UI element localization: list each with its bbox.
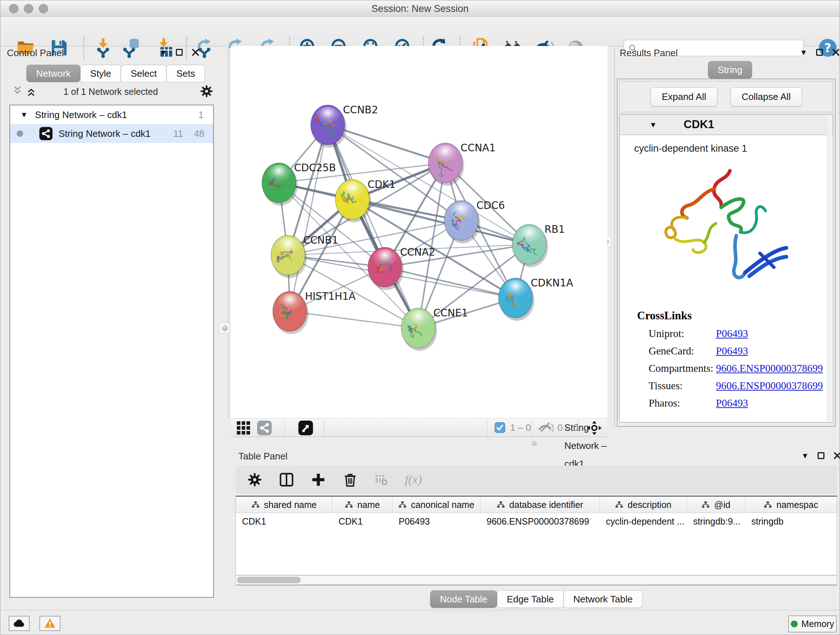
cell-shared-name[interactable]: CDK1 bbox=[236, 513, 332, 530]
network-row-selected[interactable]: String Network – cdk1 11 48 bbox=[10, 124, 213, 143]
panel-menu-icon[interactable]: ▼ bbox=[159, 49, 167, 56]
collapse-all-icon[interactable] bbox=[11, 85, 24, 97]
tab-string[interactable]: String bbox=[708, 61, 752, 79]
share-view-icon[interactable] bbox=[256, 420, 272, 436]
add-column-icon[interactable] bbox=[311, 472, 326, 487]
selected-checkbox-icon[interactable] bbox=[494, 422, 506, 433]
results-panel-title: Results Panel bbox=[620, 48, 677, 59]
collapse-all-button[interactable]: Collapse All bbox=[730, 87, 802, 106]
cell-namespace[interactable]: stringdb bbox=[745, 513, 837, 530]
column-header[interactable]: description bbox=[600, 497, 687, 513]
panel-float-icon[interactable] bbox=[816, 49, 823, 56]
memory-status-icon bbox=[791, 621, 798, 627]
network-node-RB1[interactable] bbox=[512, 225, 548, 267]
tab-select[interactable]: Select bbox=[121, 65, 166, 82]
node-label: CCNB1 bbox=[303, 234, 338, 246]
close-window-button[interactable] bbox=[9, 4, 19, 13]
network-node-CCNE1[interactable] bbox=[401, 308, 437, 351]
cell-canonical-name[interactable]: P06493 bbox=[393, 513, 480, 530]
crosslink-link[interactable]: 9606.ENSP00000378699 bbox=[716, 363, 823, 374]
panel-close-icon[interactable] bbox=[191, 48, 200, 57]
network-node-CDKN1A[interactable] bbox=[499, 278, 534, 321]
right-splitter[interactable] bbox=[614, 47, 615, 427]
tab-node-table[interactable]: Node Table bbox=[430, 591, 497, 608]
crosslink-link[interactable]: P06493 bbox=[716, 328, 748, 340]
panel-menu-icon[interactable]: ▼ bbox=[800, 49, 807, 56]
network-share-icon bbox=[39, 127, 53, 141]
crosslinks-heading: CrossLinks bbox=[637, 309, 833, 322]
network-node-CDC25B[interactable] bbox=[262, 163, 298, 206]
crosslinks-section: CrossLinks Uniprot:P06493 GeneCard:P0649… bbox=[620, 309, 833, 409]
import-database-icon[interactable] bbox=[122, 38, 142, 58]
network-node-HIST1H1A[interactable] bbox=[273, 291, 309, 334]
panel-close-icon[interactable] bbox=[832, 48, 840, 57]
collection-expand-icon[interactable]: ▼ bbox=[20, 111, 28, 119]
memory-button[interactable]: Memory bbox=[788, 616, 837, 632]
tab-sets[interactable]: Sets bbox=[166, 65, 205, 82]
gear-icon[interactable] bbox=[200, 84, 213, 98]
table-row[interactable]: CDK1 CDK1 P06493 9606.ENSP00000378699 cy… bbox=[236, 513, 837, 530]
network-node-CCNA1[interactable] bbox=[428, 143, 464, 186]
crosslink-label: Tissues: bbox=[649, 380, 716, 392]
title-bar: Session: New Session bbox=[0, 0, 840, 17]
warning-button[interactable] bbox=[39, 616, 60, 631]
column-header[interactable]: namespac bbox=[745, 497, 837, 513]
cell-description[interactable]: cyclin-dependent ... bbox=[600, 513, 687, 530]
maximize-window-button[interactable] bbox=[39, 4, 48, 13]
table-gear-icon[interactable] bbox=[247, 472, 262, 487]
results-scrollbar[interactable] bbox=[827, 115, 832, 421]
panel-close-icon[interactable] bbox=[833, 451, 840, 460]
table-horizontal-scrollbar[interactable] bbox=[235, 575, 837, 585]
tab-style[interactable]: Style bbox=[80, 65, 121, 82]
network-label: String Network – cdk1 bbox=[58, 128, 150, 139]
network-edge[interactable] bbox=[290, 125, 328, 311]
column-header[interactable]: canonical name bbox=[393, 497, 480, 513]
show-columns-icon[interactable] bbox=[279, 472, 294, 487]
crosslink-link[interactable]: P06493 bbox=[716, 397, 748, 409]
delete-column-icon[interactable] bbox=[343, 472, 358, 487]
network-node-CDK1[interactable] bbox=[335, 180, 371, 222]
crosslink-link[interactable]: 9606.ENSP00000378699 bbox=[716, 380, 823, 392]
birdseye-view-icon[interactable] bbox=[298, 420, 314, 436]
network-node-CCNB2[interactable] bbox=[311, 105, 347, 148]
panel-float-icon[interactable] bbox=[176, 49, 183, 56]
horizontal-splitter-grip[interactable] bbox=[531, 440, 537, 446]
gene-collapse-icon[interactable]: ▼ bbox=[649, 121, 657, 128]
hidden-eye-icon[interactable] bbox=[538, 420, 554, 436]
tab-network[interactable]: Network bbox=[27, 65, 80, 82]
grid-view-icon[interactable] bbox=[235, 420, 251, 436]
column-header[interactable]: database identifier bbox=[480, 497, 600, 513]
cloud-button[interactable] bbox=[9, 616, 30, 631]
tab-edge-table[interactable]: Edge Table bbox=[497, 591, 564, 608]
cell-name[interactable]: CDK1 bbox=[332, 513, 393, 530]
column-header[interactable]: shared name bbox=[236, 497, 332, 513]
crosslink-label: Pharos: bbox=[649, 397, 716, 409]
column-header[interactable]: name bbox=[332, 497, 393, 513]
scrollbar-thumb[interactable] bbox=[237, 577, 301, 583]
left-splitter-grip[interactable] bbox=[219, 323, 230, 333]
network-node-CCNA2[interactable] bbox=[368, 247, 404, 290]
gene-header[interactable]: ▼ CDK1 bbox=[620, 114, 833, 135]
network-collection-row[interactable]: ▼ String Network – cdk1 1 bbox=[10, 105, 213, 124]
crosslink-link[interactable]: P06493 bbox=[716, 345, 748, 357]
panel-menu-icon[interactable]: ▼ bbox=[801, 452, 809, 459]
network-edge[interactable] bbox=[290, 311, 418, 328]
warning-icon bbox=[44, 617, 56, 630]
network-edge[interactable] bbox=[385, 267, 515, 298]
results-panel-controls: ▼ bbox=[800, 48, 840, 57]
gene-detail-card: ▼ CDK1 cyclin-dependent kinase 1 bbox=[619, 114, 833, 423]
tab-network-table[interactable]: Network Table bbox=[564, 591, 643, 608]
column-header[interactable]: @id bbox=[687, 497, 745, 513]
import-network-icon[interactable] bbox=[93, 38, 113, 58]
network-node-CCNB1[interactable] bbox=[271, 235, 307, 278]
network-canvas[interactable]: CCNB2CCNA1CDC25BCDK1CDC6RB1CCNB1CCNA2CDK… bbox=[231, 46, 607, 418]
cell-database-identifier[interactable]: 9606.ENSP00000378699 bbox=[480, 513, 600, 530]
network-status-dot bbox=[17, 130, 23, 137]
network-node-CDC6[interactable] bbox=[444, 201, 480, 243]
cell-id[interactable]: stringdb:9... bbox=[687, 513, 745, 530]
fit-crosshair-icon[interactable] bbox=[586, 420, 602, 436]
minimize-window-button[interactable] bbox=[24, 4, 33, 13]
panel-float-icon[interactable] bbox=[818, 452, 824, 459]
expand-all-button[interactable]: Expand All bbox=[651, 87, 717, 106]
left-splitter[interactable] bbox=[228, 47, 229, 418]
